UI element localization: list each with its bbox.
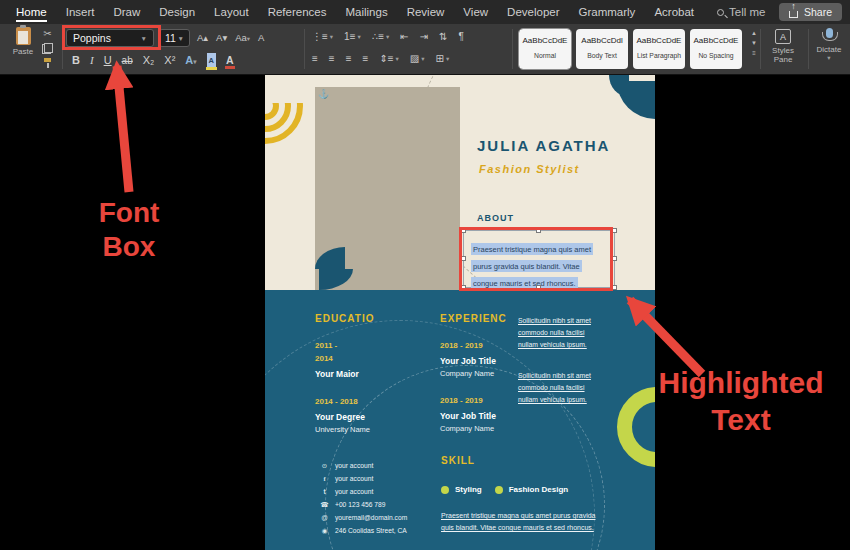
skill-label: Styling	[455, 485, 482, 494]
contact-text: 246 Coolidas Street, CA	[335, 527, 407, 534]
contact-section: your account your account your account +…	[320, 459, 450, 537]
clear-formatting-icon[interactable]: A	[258, 32, 264, 43]
tab-mailings[interactable]: Mailings	[345, 6, 387, 18]
increase-indent-icon[interactable]: ⇥	[420, 31, 428, 42]
styles-pane-button[interactable]: A Styles Pane	[763, 29, 803, 64]
font-color-icon[interactable]: A	[226, 55, 234, 66]
highlight-color-icon[interactable]: A	[207, 53, 216, 67]
decrease-indent-icon[interactable]: ⇤	[400, 31, 408, 42]
education-section: EDUCATIO 2011 - 2014 Your Maior 2014 - 2…	[315, 313, 430, 436]
format-painter-icon[interactable]	[43, 58, 52, 68]
tell-me-search[interactable]: Tell me	[717, 6, 765, 18]
ribbon-separator	[760, 29, 761, 69]
word-window: Home Insert Draw Design Layout Reference…	[0, 0, 850, 550]
contact-text: your account	[335, 475, 373, 482]
style-name: No Spacing	[690, 52, 742, 59]
experience-heading: EXPERIENC	[440, 313, 518, 324]
education-period: 2011 -	[315, 339, 430, 352]
note-line: Sollicitudin nibh sit amet	[518, 315, 618, 327]
highlighted-text-annotation-rect	[459, 227, 613, 291]
contact-text: +00 123 456 789	[335, 501, 385, 508]
gallery-expand-icon[interactable]: ≡	[752, 50, 756, 56]
yellow-rings-decoration	[265, 103, 315, 187]
gallery-up-icon[interactable]: ▲	[751, 30, 757, 36]
tab-acrobat[interactable]: Acrobat	[654, 6, 694, 18]
tab-insert[interactable]: Insert	[66, 6, 95, 18]
contact-text: your account	[335, 462, 373, 469]
pilcrow-icon[interactable]: ¶	[458, 31, 463, 42]
document-page[interactable]: ⚓ JULIA AGATHA Fashion Stylist ABOUT Pra…	[265, 75, 655, 550]
tab-draw[interactable]: Draw	[113, 6, 140, 18]
font-box-annotation-label: Font Box	[84, 196, 174, 264]
phone-icon	[320, 501, 329, 509]
contact-row: your account	[320, 485, 450, 498]
borders-icon[interactable]: ⊞▾	[436, 53, 450, 64]
font-size-select[interactable]: 11 ▼	[159, 29, 190, 47]
resume-name: JULIA AGATHA	[477, 137, 610, 154]
multilevel-list-icon[interactable]: ∴≡▾	[372, 31, 389, 42]
experience-notes: Sollicitudin nibh sit amet commodo nulla…	[518, 315, 618, 406]
education-period: 2014 - 2018	[315, 395, 430, 408]
change-case-icon[interactable]: Aa▾	[235, 32, 250, 43]
underline-button[interactable]: U	[104, 54, 112, 66]
style-card-normal[interactable]: AaBbCcDdE Normal	[519, 29, 571, 69]
skill-section: SKILL Styling Fashion Design Praesent tr…	[441, 455, 626, 534]
instagram-icon	[320, 462, 329, 470]
experience-section: EXPERIENC 2018 - 2019 Your Job Title Com…	[440, 313, 518, 435]
font-tools-row1: A▴ A▾ Aa▾ A	[197, 32, 264, 43]
align-right-icon[interactable]: ≡	[346, 53, 352, 64]
note-line: Sollicitudin nibh sit amet	[518, 370, 618, 382]
align-left-icon[interactable]: ≡	[312, 53, 318, 64]
grow-font-icon[interactable]: A▴	[197, 32, 208, 43]
note-line: commodo nulla facilisi	[518, 382, 618, 394]
skill-dot-icon	[441, 486, 449, 494]
contact-row: youremail@domain.com	[320, 511, 450, 524]
font-box-arrow	[117, 66, 129, 192]
tab-references[interactable]: References	[268, 6, 327, 18]
superscript-icon[interactable]: X²	[164, 54, 175, 66]
tab-home[interactable]: Home	[16, 2, 47, 22]
tab-layout[interactable]: Layout	[214, 6, 249, 18]
share-button[interactable]: Share	[779, 3, 842, 21]
experience-title: Your Job Title	[440, 409, 518, 423]
text-effects-icon[interactable]: A▾	[185, 54, 196, 66]
align-center-icon[interactable]: ≡	[329, 53, 335, 64]
strikethrough-icon[interactable]: ab	[122, 55, 133, 66]
justify-icon[interactable]: ≡	[363, 53, 369, 64]
subscript-icon[interactable]: X₂	[143, 54, 155, 66]
italic-button[interactable]: I	[90, 54, 94, 66]
cut-icon[interactable]: ✂	[43, 29, 51, 39]
font-tools-row2: B I U ab X₂ X² A▾ A A	[72, 53, 234, 67]
line-spacing-icon[interactable]: ⇕≡▾	[379, 53, 398, 64]
dictate-button[interactable]: Dictate ▾	[811, 28, 847, 62]
copy-icon[interactable]	[42, 43, 53, 54]
contact-text: your account	[335, 488, 373, 495]
sort-icon[interactable]: ⇅	[439, 31, 447, 42]
dictate-label: Dictate	[811, 45, 847, 54]
ribbon-separator	[808, 29, 809, 69]
tab-review[interactable]: Review	[407, 6, 445, 18]
shrink-font-icon[interactable]: A▾	[216, 32, 227, 43]
contact-row: your account	[320, 472, 450, 485]
paste-button[interactable]: Paste	[8, 27, 38, 56]
style-card-body-text[interactable]: AaBbCcDdl Body Text	[576, 29, 628, 69]
gallery-down-icon[interactable]: ▼	[751, 40, 757, 46]
numbering-icon[interactable]: 1≡▾	[344, 31, 361, 42]
bullets-icon[interactable]: ⋮≡▾	[312, 31, 333, 42]
tab-view[interactable]: View	[463, 6, 488, 18]
location-icon	[320, 527, 329, 535]
style-sample: AaBbCcDdE	[519, 36, 571, 45]
contact-row: your account	[320, 459, 450, 472]
tab-design[interactable]: Design	[159, 6, 195, 18]
education-title: Your Degree	[315, 410, 430, 424]
tab-grammarly[interactable]: Grammarly	[579, 6, 636, 18]
bold-button[interactable]: B	[72, 54, 80, 66]
shading-icon[interactable]: ▨▾	[410, 53, 425, 64]
style-card-list-paragraph[interactable]: AaBbCcDdE List Paragraph	[633, 29, 685, 69]
style-name: Body Text	[576, 52, 628, 59]
style-card-no-spacing[interactable]: AaBbCcDdE No Spacing	[690, 29, 742, 69]
styles-pane-label-1: Styles	[763, 46, 803, 55]
menu-bar: Home Insert Draw Design Layout Reference…	[0, 0, 850, 24]
style-sample: AaBbCcDdE	[690, 36, 742, 45]
tab-developer[interactable]: Developer	[507, 6, 559, 18]
